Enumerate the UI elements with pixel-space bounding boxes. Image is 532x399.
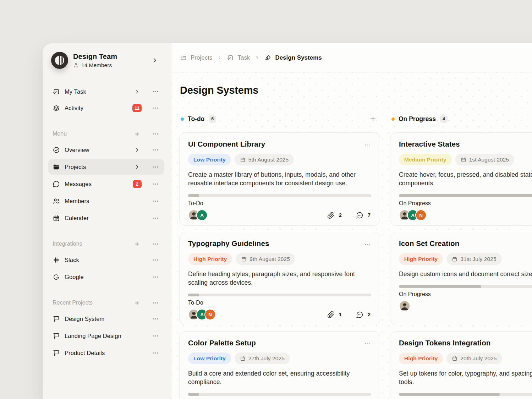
task-card[interactable]: Color Palette SetupLow Priority27th July… <box>179 331 380 399</box>
chevron-right-icon[interactable] <box>134 147 140 153</box>
comments-count: 2 <box>368 312 371 317</box>
section-menu-button[interactable] <box>151 299 160 307</box>
comments-count: 7 <box>368 212 371 218</box>
users-icon <box>53 197 60 205</box>
card-menu-button[interactable] <box>363 141 371 149</box>
sidebar-item-design-system[interactable]: Design System <box>48 311 164 327</box>
item-menu-button[interactable] <box>151 146 160 154</box>
calendar-icon <box>53 214 60 222</box>
sidebar-section-header: Recent Projects <box>53 298 160 307</box>
team-switcher[interactable]: Design Team 14 Members <box>51 52 163 69</box>
due-date-chip: 27th July 2025 <box>235 352 290 364</box>
section-menu-button[interactable] <box>151 130 160 138</box>
sidebar-item-projects[interactable]: Projects <box>48 159 164 175</box>
column-header: To-do6 <box>179 115 380 123</box>
item-menu-button[interactable] <box>151 349 160 357</box>
column-header: On Progress4 <box>390 115 532 123</box>
sidebar-item-activity[interactable]: Activity11 <box>48 100 164 116</box>
section-add-button[interactable] <box>133 240 141 248</box>
sidebar-item-label: Calender <box>65 215 128 222</box>
breadcrumb-item[interactable]: Design Systems <box>264 54 322 61</box>
task-card[interactable]: UI Component LibraryLow Priority5th Augu… <box>179 132 380 226</box>
attachments-indicator[interactable]: 1 <box>327 311 342 318</box>
item-menu-button[interactable] <box>151 214 160 222</box>
item-menu-button[interactable] <box>151 197 160 205</box>
due-date-chip: 1st August 2025 <box>455 154 515 165</box>
team-members-count: 14 Members <box>81 62 112 69</box>
card-title: Color Palette Setup <box>188 339 363 347</box>
team-info: Design Team 14 Members <box>73 53 117 69</box>
calendar-small-icon <box>241 256 247 262</box>
sidebar-item-label: Slack <box>65 257 128 263</box>
due-date-chip: 9th August 2025 <box>236 253 295 265</box>
kanban-board: To-do6UI Component LibraryLow Priority5t… <box>171 106 532 399</box>
section-add-button[interactable] <box>133 130 141 138</box>
breadcrumb-item[interactable]: Projects <box>180 54 212 61</box>
sidebar-item-google[interactable]: Google <box>48 269 164 285</box>
breadcrumb-item[interactable]: Task <box>227 54 250 61</box>
sidebar-item-slack[interactable]: Slack <box>48 252 164 268</box>
item-menu-button[interactable] <box>151 332 160 340</box>
sidebar-section-header: Integrations <box>53 239 160 248</box>
column-count-badge: 6 <box>209 115 216 123</box>
card-title: Typography Guidelines <box>188 239 363 248</box>
sidebar-item-calender[interactable]: Calender <box>48 210 164 226</box>
board-icon <box>53 349 60 357</box>
due-date-label: 27th July 2025 <box>248 355 285 362</box>
sidebar-item-members[interactable]: Members <box>48 193 164 209</box>
section-label: Integrations <box>53 241 128 247</box>
item-menu-button[interactable] <box>151 87 160 96</box>
chevron-right-icon[interactable] <box>134 164 140 170</box>
card-status-label: On Progress <box>399 200 532 207</box>
card-list: UI Component LibraryLow Priority5th Augu… <box>179 132 380 399</box>
sidebar-item-landing-page-design[interactable]: Landing Page Design <box>48 328 164 344</box>
calendar-small-icon <box>240 157 246 163</box>
column-title: On Progress <box>399 115 436 123</box>
section-add-button[interactable] <box>133 299 141 307</box>
task-card[interactable]: Design Tokens IntegrationHigh Priority20… <box>390 331 532 399</box>
task-card[interactable]: Icon Set CreationHigh Priority31st July … <box>390 232 532 325</box>
add-task-button[interactable] <box>369 115 377 123</box>
task-icon <box>53 88 60 95</box>
chat-icon <box>53 180 60 188</box>
page-title: Design Systems <box>180 84 532 96</box>
task-card[interactable]: Typography GuidelinesHigh Priority9th Au… <box>179 232 380 325</box>
chevron-right-icon[interactable] <box>134 88 140 95</box>
sidebar-item-my-task[interactable]: My Task <box>48 84 164 99</box>
item-menu-button[interactable] <box>151 104 160 112</box>
assignee-avatars: AN <box>399 209 427 221</box>
sidebar-item-product-details[interactable]: Product Details <box>48 345 164 361</box>
card-description: Set up tokens for color, typography, and… <box>399 369 532 386</box>
card-description: Define heading styles, paragraph sizes, … <box>188 270 371 287</box>
item-menu-button[interactable] <box>151 273 160 281</box>
avatar: N <box>415 209 427 221</box>
comments-indicator[interactable]: 7 <box>356 212 371 219</box>
section-label: Recent Projects <box>53 300 128 306</box>
item-menu-button[interactable] <box>151 315 160 323</box>
sidebar-item-label: Messages <box>65 181 128 187</box>
card-menu-button[interactable] <box>363 240 371 248</box>
section-menu-button[interactable] <box>151 240 160 248</box>
due-date-chip: 20th July 2025 <box>446 352 502 364</box>
calendar-small-icon <box>452 256 457 262</box>
sidebar-item-overview[interactable]: Overview <box>48 142 164 158</box>
item-menu-button[interactable] <box>151 163 160 171</box>
sidebar-section: IntegrationsSlackGoogle <box>48 239 164 285</box>
chevron-right-icon[interactable] <box>151 57 158 64</box>
item-menu-button[interactable] <box>151 180 160 188</box>
attachments-indicator[interactable]: 2 <box>327 212 342 219</box>
item-menu-button[interactable] <box>151 256 160 264</box>
breadcrumb: ProjectsTaskDesign Systems <box>171 43 532 72</box>
sidebar-section: Recent ProjectsDesign SystemLanding Page… <box>48 298 164 361</box>
card-description: Create a master library of buttons, inpu… <box>188 170 371 187</box>
card-list: Interactive StatesMedium Priority1st Aug… <box>390 132 532 399</box>
page-title-block: Design Systems <box>171 72 532 106</box>
card-menu-button[interactable] <box>363 339 371 348</box>
breadcrumb-label: Projects <box>191 54 212 61</box>
comments-indicator[interactable]: 2 <box>356 311 371 318</box>
task-card[interactable]: Interactive StatesMedium Priority1st Aug… <box>390 132 532 226</box>
sidebar-item-messages[interactable]: Messages2 <box>48 176 164 192</box>
person-icon <box>73 62 79 68</box>
progress-bar <box>399 285 532 288</box>
avatar: A <box>196 209 208 221</box>
